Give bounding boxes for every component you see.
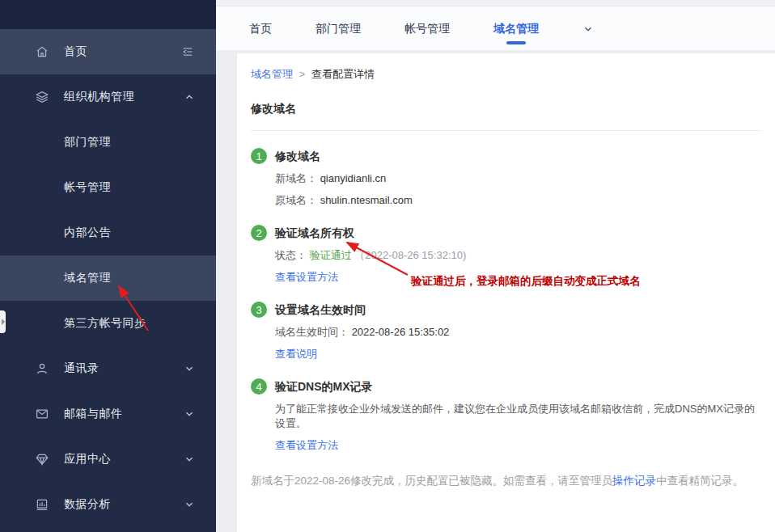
sidebar-item-third-party-account-sync[interactable]: 第三方帐号同步 — [0, 301, 216, 346]
breadcrumb-domain-management-link[interactable]: 域名管理 — [251, 67, 293, 82]
layers-icon — [34, 89, 50, 105]
status-label: 状态： — [275, 249, 307, 261]
home-icon — [34, 44, 50, 60]
status-timestamp: （2022-08-26 15:32:10) — [354, 249, 466, 261]
sidebar-item-label: 域名管理 — [64, 271, 111, 285]
breadcrumb: 域名管理 > 查看配置详情 — [251, 67, 761, 82]
sidebar-item-label: 内部公告 — [64, 226, 111, 240]
sidebar-item-domain-management[interactable]: 域名管理 — [0, 255, 216, 301]
tab-account-management[interactable]: 帐号管理 — [404, 22, 450, 36]
tabs-chevron-down-icon[interactable] — [582, 23, 594, 35]
breadcrumb-separator: > — [299, 69, 305, 80]
step-3-effective-time: 3 设置域名生效时间 域名生效时间： 2022-08-26 15:35:02 查… — [251, 302, 761, 361]
sidebar-item-label: 第三方帐号同步 — [64, 316, 146, 331]
mail-icon — [34, 406, 50, 422]
chart-icon — [34, 496, 50, 513]
sidebar-item-contacts[interactable]: 通讯录 — [0, 346, 216, 391]
new-domain-value: qianyidianli.cn — [320, 172, 387, 184]
sidebar-item-label: 应用中心 — [64, 452, 111, 467]
tab-department-management[interactable]: 部门管理 — [316, 22, 361, 36]
view-setup-method-link[interactable]: 查看设置方法 — [275, 270, 338, 285]
status-line: 状态： 验证通过 （2022-08-26 15:32:10) — [275, 248, 761, 263]
mx-record-description: 为了能正常接收企业外域发送的邮件，建议您在企业成员使用该域名邮箱收信前，完成DN… — [275, 402, 761, 431]
admin-console-page: 首页 组织机构管理 部门管理 帐号管理 — [0, 0, 775, 532]
chevron-up-icon — [184, 91, 195, 103]
effective-time-line: 域名生效时间： 2022-08-26 15:35:02 — [275, 325, 761, 340]
step-2-verify-ownership: 2 验证域名所有权 状态： 验证通过 （2022-08-26 15:32:10)… — [251, 225, 761, 285]
history-note-text: 中查看精简记录。 — [656, 475, 743, 487]
sidebar-item-label: 邮箱与邮件 — [64, 407, 123, 421]
sidebar-item-label: 通讯录 — [64, 361, 100, 376]
sidebar-item-home[interactable]: 首页 — [0, 29, 216, 74]
sidebar-item-account-management[interactable]: 帐号管理 — [0, 165, 216, 210]
tab-home[interactable]: 首页 — [249, 22, 272, 36]
new-domain-label: 新域名： — [275, 172, 317, 184]
chevron-down-icon — [184, 454, 195, 465]
tab-bar: 首页 部门管理 帐号管理 域名管理 — [216, 7, 775, 50]
sidebar-item-mailbox-and-mail[interactable]: 邮箱与邮件 — [0, 391, 216, 437]
new-domain-line: 新域名： qianyidianli.cn — [275, 171, 761, 186]
view-instructions-link[interactable]: 查看说明 — [275, 347, 317, 361]
sidebar-item-app-center[interactable]: 应用中心 — [0, 437, 216, 482]
step-number-badge: 1 — [251, 148, 267, 164]
chevron-down-icon — [184, 408, 195, 420]
gem-icon — [34, 451, 50, 467]
step-number-badge: 2 — [251, 225, 267, 241]
old-domain-value: shulin.ntesmail.com — [320, 194, 413, 206]
chevron-down-icon — [184, 363, 195, 374]
step-title: 验证域名所有权 — [275, 225, 761, 241]
step-title: 验证DNS的MX记录 — [275, 378, 761, 395]
sidebar-resize-handle[interactable] — [0, 310, 6, 333]
history-note-text: 新域名于2022-08-26修改完成，历史配置已被隐藏。如需查看，请至管理员 — [251, 475, 612, 487]
step-4-verify-mx-record: 4 验证DNS的MX记录 为了能正常接收企业外域发送的邮件，建议您在企业成员使用… — [251, 378, 761, 453]
status-badge: 验证通过 — [310, 249, 352, 261]
effective-time-value: 2022-08-26 15:35:02 — [352, 326, 450, 338]
view-setup-method-link[interactable]: 查看设置方法 — [275, 438, 338, 453]
sidebar-item-label: 组织机构管理 — [64, 90, 134, 104]
step-1-modify-domain: 1 修改域名 新域名： qianyidianli.cn 原域名： shulin.… — [251, 148, 761, 208]
sidebar: 首页 组织机构管理 部门管理 帐号管理 — [0, 0, 216, 532]
sidebar-header — [0, 0, 216, 29]
sidebar-item-label: 部门管理 — [64, 135, 111, 150]
old-domain-line: 原域名： shulin.ntesmail.com — [275, 193, 761, 208]
person-icon — [34, 361, 50, 377]
sidebar-item-label: 首页 — [64, 44, 87, 59]
section-title: 修改域名 — [251, 102, 761, 131]
chevron-down-icon — [184, 499, 195, 510]
sidebar-item-department-management[interactable]: 部门管理 — [0, 120, 216, 165]
sidebar-item-label: 数据分析 — [64, 497, 111, 512]
step-title: 修改域名 — [275, 148, 761, 164]
sidebar-item-label: 帐号管理 — [64, 180, 111, 195]
history-note: 新域名于2022-08-26修改完成，历史配置已被隐藏。如需查看，请至管理员操作… — [251, 474, 761, 488]
breadcrumb-current: 查看配置详情 — [311, 67, 375, 82]
tab-domain-management[interactable]: 域名管理 — [493, 22, 539, 36]
collapse-sidebar-icon[interactable] — [180, 44, 195, 59]
step-number-badge: 3 — [251, 302, 267, 318]
sidebar-item-data-analysis[interactable]: 数据分析 — [0, 482, 216, 527]
domain-config-detail-panel: 域名管理 > 查看配置详情 修改域名 1 修改域名 新域名： qianyidia… — [237, 53, 775, 532]
step-number-badge: 4 — [251, 378, 267, 395]
triangle-right-icon — [2, 319, 5, 325]
top-strip — [216, 0, 775, 6]
sidebar-item-internal-announcement[interactable]: 内部公告 — [0, 210, 216, 255]
step-title: 设置域名生效时间 — [275, 302, 761, 318]
old-domain-label: 原域名： — [275, 194, 317, 206]
operation-log-link[interactable]: 操作记录 — [612, 475, 656, 487]
effective-time-label: 域名生效时间： — [275, 326, 349, 338]
sidebar-item-org-management[interactable]: 组织机构管理 — [0, 74, 216, 120]
